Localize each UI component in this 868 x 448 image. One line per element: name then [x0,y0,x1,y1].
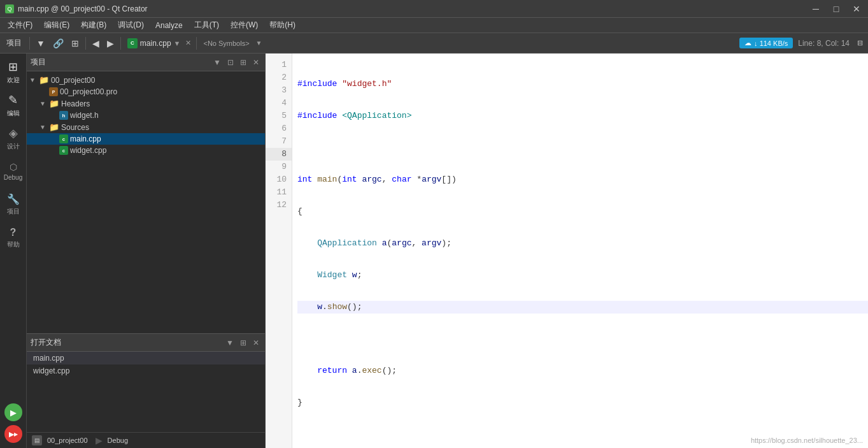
tree-label-sources: Sources [61,123,89,132]
open-docs-header: 打开文档 ▼ ⊞ ✕ [27,334,265,352]
menu-bar: 文件(F) 编辑(E) 构建(B) 调试(D) Analyze 工具(T) 控件… [0,18,868,33]
code-line-4: int main(int argc, char *argv[]) [297,173,868,186]
line-num-3: 3 [266,84,292,97]
tree-item-sources[interactable]: ▼ 📁 Sources [27,121,265,133]
project-sync-btn[interactable]: ⊡ [225,57,236,68]
tree-item-headers[interactable]: ▼ 📁 Headers [27,98,265,110]
tree-expand-headers: ▼ [39,100,47,107]
toolbar-split-btn[interactable]: ⊟ [855,36,865,51]
tab-close-toolbar-btn[interactable]: ✕ [183,36,194,51]
cloud-icon: ☁ [744,39,751,47]
line-col-status: Line: 8, Col: 14 [798,39,850,48]
line-num-1: 1 [266,59,292,71]
toolbar-separator-2 [85,37,86,50]
tree-item-widget-h[interactable]: h widget.h [27,110,265,121]
menu-controls[interactable]: 控件(W) [225,18,263,32]
code-line-11: } [297,396,868,409]
run-button[interactable]: ▶ [4,403,22,421]
toolbar-separator-4 [196,37,197,50]
line-num-11: 11 [266,186,292,199]
tree-item-widget-cpp[interactable]: c widget.cpp [27,145,265,156]
open-doc-widget-cpp[interactable]: widget.cpp [27,365,265,377]
sidebar-item-edit[interactable]: ✎ 编辑 [1,89,25,121]
minimize-button[interactable]: ─ [809,4,822,14]
open-doc-main-cpp[interactable]: main.cpp [27,352,265,365]
line-num-9: 9 [266,161,292,173]
close-button[interactable]: ✕ [850,4,863,14]
welcome-icon: ⊞ [8,60,18,74]
symbols-dropdown[interactable]: <No Symbols> [199,40,253,47]
welcome-label: 欢迎 [7,76,20,85]
cpp-file-icon-widget: c [59,146,68,155]
toolbar-back-btn[interactable]: ◀ [90,36,102,51]
folder-icon-headers: 📁 [49,99,59,108]
open-docs-expand-btn[interactable]: ⊞ [238,338,248,348]
run-debug-button[interactable]: ▶▶ [4,425,22,443]
menu-build[interactable]: 构建(B) [76,18,111,32]
sidebar-item-welcome[interactable]: ⊞ 欢迎 [1,56,25,88]
open-docs-filter-btn[interactable]: ▼ [224,338,236,348]
code-line-8: w.show(); [297,301,868,314]
help-icon: ? [10,227,17,238]
tree-label-root: 00_project00 [51,76,95,85]
tree-view: ▼ 📁 00_project00 P 00_project00.pro ▼ 📁 [27,71,265,333]
project-close-btn[interactable]: ✕ [251,57,261,68]
project-expand-btn[interactable]: ⊞ [238,57,248,68]
pro-file-icon: P [49,87,58,96]
project-filter-btn[interactable]: ▼ [211,57,223,68]
title-bar: Q main.cpp @ 00_project00 - Qt Creator ─… [0,0,868,18]
app-window: Q main.cpp @ 00_project00 - Qt Creator ─… [0,0,868,448]
sidebar-item-debug[interactable]: ⬡ Debug [1,155,25,187]
toolbar-link-btn[interactable]: 🔗 [50,36,66,51]
toolbar-add-btn[interactable]: ⊞ [69,36,82,51]
project-debug-strip: ▤ 00_project00 ▶ Debug [27,432,265,448]
open-docs-close-btn[interactable]: ✕ [251,338,261,348]
window-title: main.cpp @ 00_project00 - Qt Creator [18,4,148,13]
tree-label-widget-h: widget.h [70,111,99,120]
menu-file[interactable]: 文件(F) [3,18,38,32]
code-line-2: #include <QApplication> [297,110,868,122]
code-editor[interactable]: 1 2 3 4 5 6 7 8 9 10 11 12 #includ [266,54,868,448]
app-icon: Q [5,4,14,13]
code-line-3 [297,141,868,154]
menu-tools[interactable]: 工具(T) [189,18,224,32]
sidebar-icons: ⊞ 欢迎 ✎ 编辑 ◈ 设计 ⬡ Debug 🔧 项目 ? 帮助 [0,54,27,448]
project-label-icon: 项目 [7,207,20,216]
open-docs-title: 打开文档 [31,337,61,348]
tree-label-pro: 00_project00.pro [60,87,117,96]
sidebar-item-design[interactable]: ◈ 设计 [1,122,25,154]
code-line-1: #include "widget.h" [297,78,868,90]
design-icon: ◈ [9,126,18,140]
menu-debug[interactable]: 调试(D) [113,18,149,32]
line-num-5: 5 [266,110,292,122]
debug-label: Debug [4,174,22,181]
toolbar-filter-btn[interactable]: ▼ [34,36,48,51]
sidebar-item-help[interactable]: ? 帮助 [1,222,25,254]
menu-edit[interactable]: 编辑(E) [39,18,75,32]
debug-icon: ⬡ [10,162,17,172]
menu-analyze[interactable]: Analyze [150,20,188,31]
tree-item-pro[interactable]: P 00_project00.pro [27,86,265,98]
open-docs-list: main.cpp widget.cpp [27,352,265,432]
tree-label-main-cpp: main.cpp [70,134,101,143]
project-icon: 🔧 [7,193,20,205]
tree-item-main-cpp[interactable]: c main.cpp [27,133,265,145]
toolbar-forward-btn[interactable]: ▶ [104,36,117,51]
h-file-icon: h [59,111,68,120]
content-split: 项目 ▼ ⊡ ⊞ ✕ ▼ 📁 00_project00 [27,54,868,448]
sidebar-item-project[interactable]: 🔧 项目 [1,189,25,220]
tab-file-icon: C [127,38,138,48]
project-label: 项目 [3,38,25,48]
open-docs-panel: 打开文档 ▼ ⊞ ✕ main.cpp widget.cpp ▤ [27,333,265,448]
folder-icon-root: 📁 [39,75,49,85]
code-content[interactable]: #include "widget.h" #include <QApplicati… [292,54,868,448]
line-numbers: 1 2 3 4 5 6 7 8 9 10 11 12 [266,54,292,448]
edit-label: 编辑 [7,109,20,118]
toolbar-separator-3 [120,37,121,50]
code-line-7: Widget w; [297,269,868,282]
debug-label-strip: Debug [108,437,128,444]
tree-item-root[interactable]: ▼ 📁 00_project00 [27,74,265,86]
maximize-button[interactable]: □ [830,4,843,14]
menu-help[interactable]: 帮助(H) [264,18,301,32]
project-panel-title: 项目 [31,57,46,68]
